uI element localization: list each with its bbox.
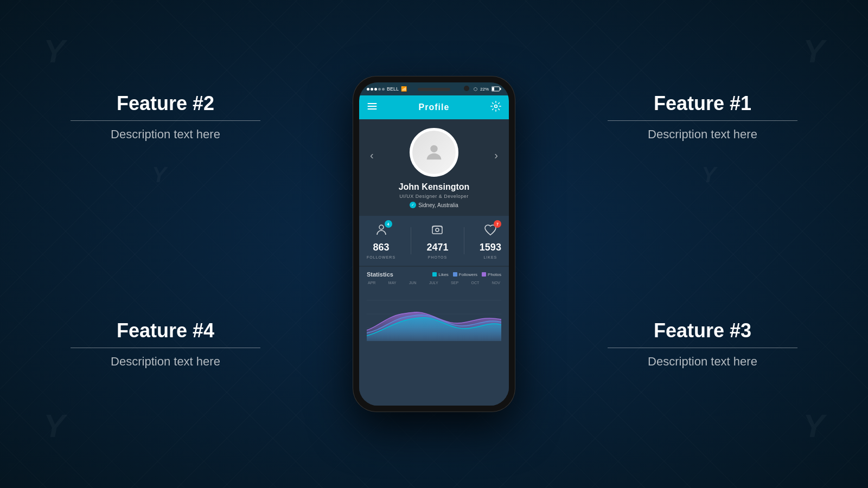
watermark: Y <box>43 33 65 70</box>
feature-4-box: Feature #4 Description text here <box>71 319 260 369</box>
statistics-chart <box>367 287 501 341</box>
page-container: Y Y Y Y Y Y Feature #2 Description text … <box>0 0 868 488</box>
feature-2-title: Feature #2 <box>71 92 260 115</box>
status-right: ⬡ 22% <box>474 86 501 92</box>
feature-1-title: Feature #1 <box>608 92 797 115</box>
followers-count: 863 <box>373 242 390 253</box>
svg-point-5 <box>379 225 384 229</box>
watermark: Y <box>43 407 65 445</box>
stats-row: 4 863 FOLLOWERS <box>359 216 509 266</box>
followers-icon-wrapper: 4 <box>373 222 390 240</box>
avatar-row: ‹ › <box>359 128 509 182</box>
location-text: Sidney, Australia <box>418 202 458 208</box>
followers-badge: 4 <box>385 220 392 228</box>
feature-1-desc: Description text here <box>608 127 797 142</box>
feature-2-desc: Description text here <box>71 127 260 142</box>
photos-label: PHOTOS <box>428 255 447 259</box>
signal-dots <box>367 88 385 91</box>
legend-photos: Photos <box>482 272 501 277</box>
phone-camera <box>464 86 469 91</box>
svg-rect-2 <box>492 87 494 91</box>
feature-1-box: Feature #1 Description text here <box>608 92 797 142</box>
month-labels: APR MAY JUN JULY SEP OCT NOV <box>367 281 501 285</box>
hamburger-icon[interactable] <box>367 101 378 114</box>
month-nov: NOV <box>492 281 500 285</box>
legend-dot-followers <box>453 272 457 277</box>
feature-4-divider <box>71 348 260 348</box>
month-apr: APR <box>368 281 375 285</box>
signal-dot-3 <box>374 88 377 91</box>
month-july: JULY <box>429 281 438 285</box>
feature-4-desc: Description text here <box>71 355 260 369</box>
battery-level: 22% <box>480 87 489 92</box>
month-oct: OCT <box>471 281 480 285</box>
avatar-inner <box>412 131 456 174</box>
feature-2-box: Feature #2 Description text here <box>71 92 260 142</box>
battery-icon <box>492 86 501 92</box>
settings-svg <box>490 101 501 112</box>
prev-arrow[interactable]: ‹ <box>370 149 374 162</box>
location-verified-icon: ✓ <box>410 202 416 208</box>
avatar-ring <box>410 128 458 177</box>
statistics-title: Statistics <box>367 271 393 278</box>
next-arrow[interactable]: › <box>494 149 498 162</box>
svg-point-7 <box>436 228 439 232</box>
followers-label: FOLLOWERS <box>367 255 395 259</box>
signal-dot-2 <box>371 88 373 91</box>
legend-dot-photos <box>482 272 486 277</box>
svg-rect-6 <box>432 226 442 234</box>
feature-3-divider <box>608 348 797 348</box>
phone-mockup: BELL 📶 ⬡ 22% <box>353 76 515 412</box>
feature-2-divider <box>71 120 260 121</box>
phone-speaker <box>418 88 450 91</box>
month-may: MAY <box>388 281 397 285</box>
likes-label: LIKES <box>483 255 497 259</box>
profile-content: ‹ › <box>359 119 509 406</box>
likes-count: 1593 <box>480 242 501 253</box>
followers-stat: 4 863 FOLLOWERS <box>367 222 395 259</box>
settings-icon[interactable] <box>490 101 501 114</box>
feature-3-desc: Description text here <box>608 355 797 369</box>
month-jun: JUN <box>409 281 417 285</box>
user-location: ✓ Sidney, Australia <box>410 202 458 208</box>
likes-badge: 7 <box>494 220 501 228</box>
avatar-container <box>410 128 458 177</box>
photos-count: 2471 <box>426 242 448 253</box>
signal-dot-5 <box>382 88 385 91</box>
feature-1-divider <box>608 120 797 121</box>
feature-4-title: Feature #4 <box>71 319 260 342</box>
likes-icon-wrapper: 7 <box>482 222 499 240</box>
signal-dot-4 <box>378 88 381 91</box>
app-bar-title: Profile <box>419 102 450 112</box>
wifi-icon: 📶 <box>401 86 407 92</box>
phone-outer: BELL 📶 ⬡ 22% <box>353 76 515 412</box>
bluetooth-icon: ⬡ <box>474 87 477 92</box>
svg-point-3 <box>494 105 497 108</box>
stat-divider-2 <box>464 227 464 254</box>
month-sep: SEP <box>451 281 458 285</box>
status-left: BELL 📶 <box>367 86 407 92</box>
watermark: Y <box>152 163 167 187</box>
legend-likes-label: Likes <box>438 272 449 277</box>
legend-photos-label: Photos <box>488 272 501 277</box>
user-job-title: UI/UX Designer & Developer <box>399 194 469 199</box>
stats-header: Statistics Likes Followers <box>367 271 501 278</box>
watermark: Y <box>701 163 716 187</box>
legend-dot-likes <box>432 272 437 277</box>
feature-3-title: Feature #3 <box>608 319 797 342</box>
user-avatar-icon <box>423 142 445 163</box>
feature-3-box: Feature #3 Description text here <box>608 319 797 369</box>
signal-dot-1 <box>367 88 369 91</box>
statistics-section: Statistics Likes Followers <box>359 267 509 406</box>
app-bar: Profile <box>359 95 509 119</box>
photos-icon-wrapper <box>429 222 446 240</box>
legend-followers: Followers <box>453 272 477 277</box>
phone-screen: BELL 📶 ⬡ 22% <box>359 82 509 406</box>
watermark: Y <box>803 407 825 445</box>
svg-point-4 <box>430 145 437 152</box>
legend-followers-label: Followers <box>459 272 477 277</box>
carrier-name: BELL <box>387 86 399 92</box>
watermark: Y <box>803 33 825 70</box>
svg-rect-1 <box>500 88 501 90</box>
chart-legend: Likes Followers Photos <box>432 272 501 277</box>
